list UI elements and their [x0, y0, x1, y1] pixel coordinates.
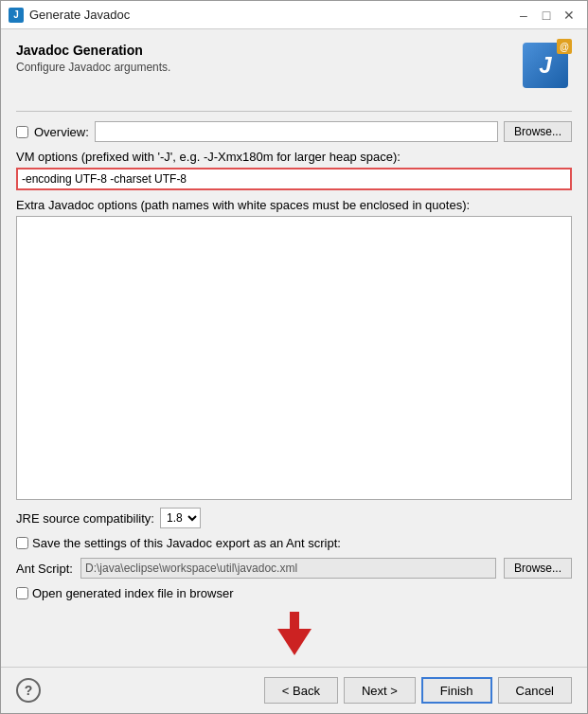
- header-icon-area: J @: [523, 43, 572, 92]
- open-index-label: Open generated index file in browser: [32, 586, 233, 600]
- ant-script-input[interactable]: [80, 558, 496, 579]
- minimize-button[interactable]: –: [513, 5, 534, 26]
- back-button[interactable]: < Back: [264, 677, 338, 704]
- jre-row: JRE source compatibility: 1.8 1.7 1.6 1.…: [16, 508, 572, 528]
- overview-input[interactable]: [95, 121, 498, 142]
- content-area: Javadoc Generation Configure Javadoc arg…: [1, 29, 587, 667]
- finish-button[interactable]: Finish: [421, 677, 492, 704]
- arrow-head: [277, 629, 312, 655]
- ant-script-row: Ant Script: Browse...: [16, 558, 572, 579]
- overview-row: Overview: Browse...: [16, 121, 572, 142]
- vm-options-label: VM options (prefixed with '-J', e.g. -J-…: [16, 150, 572, 164]
- dialog-buttons: < Back Next > Finish Cancel: [264, 677, 572, 704]
- separator-1: [16, 111, 572, 112]
- overview-checkbox[interactable]: [16, 126, 28, 138]
- icon-corner-badge: @: [557, 39, 572, 54]
- arrow-indicator: [16, 614, 572, 655]
- title-controls: – □ ✕: [513, 5, 579, 26]
- overview-label: Overview:: [34, 125, 89, 139]
- button-bar: ? < Back Next > Finish Cancel: [1, 667, 587, 713]
- extra-options-textarea[interactable]: [16, 216, 572, 500]
- save-settings-label: Save the settings of this Javadoc export…: [32, 536, 341, 550]
- close-button[interactable]: ✕: [559, 5, 579, 26]
- title-bar-left: J Generate Javadoc: [9, 8, 130, 23]
- jre-label: JRE source compatibility:: [16, 511, 154, 526]
- save-settings-checkbox[interactable]: [16, 537, 28, 549]
- open-index-checkbox[interactable]: [16, 587, 28, 599]
- arrow-stem: [290, 612, 299, 629]
- open-index-row: Open generated index file in browser: [16, 586, 572, 600]
- help-button[interactable]: ?: [16, 678, 41, 703]
- ant-browse-button[interactable]: Browse...: [504, 558, 572, 579]
- header-section: Javadoc Generation Configure Javadoc arg…: [16, 43, 572, 92]
- next-button[interactable]: Next >: [344, 677, 416, 704]
- vm-options-input[interactable]: [16, 168, 572, 190]
- page-title: Javadoc Generation: [16, 43, 170, 58]
- window-title: Generate Javadoc: [29, 8, 130, 22]
- maximize-button[interactable]: □: [536, 5, 557, 26]
- cancel-button[interactable]: Cancel: [498, 677, 572, 704]
- extra-options-label: Extra Javadoc options (path names with w…: [16, 198, 572, 212]
- title-bar: J Generate Javadoc – □ ✕: [1, 1, 587, 29]
- ant-script-label: Ant Script:: [16, 562, 73, 576]
- page-subtitle: Configure Javadoc arguments.: [16, 61, 170, 74]
- window-icon: J: [9, 8, 24, 23]
- jre-select[interactable]: 1.8 1.7 1.6 1.5 1.9: [160, 508, 201, 528]
- javadoc-icon: J @: [523, 43, 568, 88]
- main-window: J Generate Javadoc – □ ✕ Javadoc Generat…: [0, 0, 588, 714]
- save-settings-row: Save the settings of this Javadoc export…: [16, 536, 572, 550]
- header-left: Javadoc Generation Configure Javadoc arg…: [16, 43, 170, 74]
- overview-browse-button[interactable]: Browse...: [504, 121, 572, 142]
